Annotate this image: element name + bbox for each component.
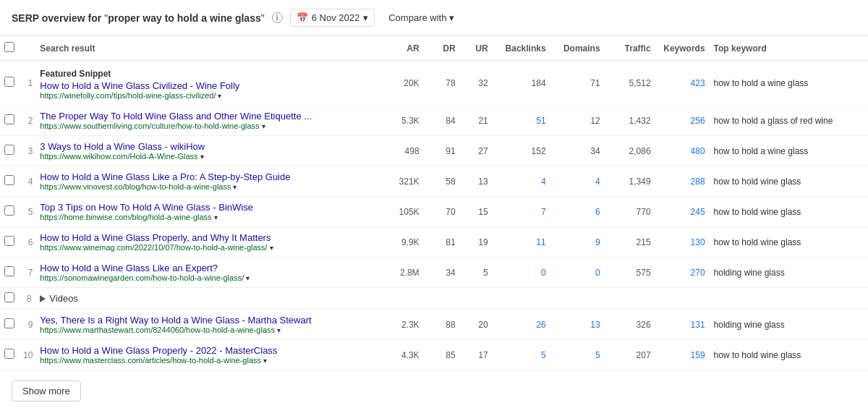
row-checkbox[interactable] [4,236,14,246]
table-row: 8 Videos [0,288,868,310]
row-num: 2 [19,106,35,136]
row-checkbox[interactable] [4,175,14,185]
serp-table-container: Search result AR DR UR Backlinks Domains… [0,36,868,370]
search-result-cell: Top 3 Tips on How To Hold A Wine Glass -… [35,197,383,227]
table-row: 3 3 Ways to Hold a Wine Glass - wikiHow … [0,136,868,166]
ar-value: 2.3K [384,310,424,340]
result-title-link[interactable]: How to Hold a Wine Glass Properly - 2022… [40,345,379,356]
row-checkbox[interactable] [4,349,14,359]
table-row: 4 How to Hold a Wine Glass Like a Pro: A… [0,166,868,197]
keywords-value: 130 [655,227,710,258]
row-checkbox[interactable] [4,292,14,302]
dr-value: 88 [424,310,460,340]
traffic-value: 575 [605,258,655,288]
search-result-cell: How to Hold a Wine Glass Properly - 2022… [35,340,383,370]
header-traffic: Traffic [605,36,655,61]
backlinks-value: 184 [493,61,550,106]
top-keyword-value: how to hold a glass of red wine [710,106,868,136]
table-row: 9 Yes, There Is a Right Way to Hold a Wi… [0,310,868,340]
keywords-value: 256 [655,106,710,136]
row-num: 3 [19,136,35,166]
url-text: https://home.binwise.com/blog/hold-a-win… [40,213,211,221]
checkbox-cell [0,61,19,106]
result-url: https://www.wikihow.com/Hold-A-Wine-Glas… [40,152,379,161]
url-text: https://www.winemag.com/2022/10/07/how-t… [40,243,267,252]
row-checkbox[interactable] [4,77,14,87]
domains-value: 6 [550,197,605,227]
date-button[interactable]: 📅 6 Nov 2022 ▾ [290,9,375,27]
top-keyword-value: how to hold a wine glass [710,136,868,166]
row-checkbox[interactable] [4,205,14,216]
result-title-link[interactable]: How to Hold a Wine Glass Civilized - Win… [40,80,379,91]
row-checkbox[interactable] [4,114,14,124]
checkbox-cell [0,106,19,136]
result-title-link[interactable]: How to Hold a Wine Glass Like a Pro: A S… [40,171,379,182]
result-title-link[interactable]: The Proper Way To Hold Wine Glass and Ot… [40,111,379,122]
row-checkbox[interactable] [4,145,14,155]
result-title-link[interactable]: Yes, There Is a Right Way to Hold a Wine… [40,315,379,326]
url-arrow[interactable]: ▾ [277,326,281,334]
keywords-value: 480 [655,136,710,166]
info-icon[interactable]: ℹ [272,12,283,23]
url-text: https://winefolly.com/tips/hold-wine-gla… [40,91,216,100]
result-url: https://sonomawinegarden.com/how-to-hold… [40,273,379,282]
ar-value: 20K [384,61,424,106]
domains-value: 4 [550,166,605,197]
url-arrow[interactable]: ▾ [263,357,267,365]
backlinks-value: 26 [493,310,550,340]
ur-value: 15 [460,197,493,227]
url-text: https://www.southernliving.com/culture/h… [40,122,259,130]
url-arrow[interactable]: ▾ [218,92,221,100]
keywords-value: 270 [655,258,710,288]
header-checkbox-cell [0,36,19,61]
result-title-link[interactable]: How to Hold a Wine Glass Like an Expert? [40,263,379,273]
row-num: 6 [19,227,35,258]
result-url: https://home.binwise.com/blog/hold-a-win… [40,213,379,221]
top-keyword-value: holding wine glass [710,258,868,288]
ur-value: 20 [460,310,493,340]
ur-value: 13 [460,166,493,197]
traffic-value: 1,349 [605,166,655,197]
url-arrow[interactable]: ▾ [246,274,250,282]
videos-cell: Videos [35,288,868,310]
header-title-prefix: SERP overview for [12,12,104,24]
dr-value: 85 [424,340,460,370]
url-arrow[interactable]: ▾ [233,183,237,191]
keywords-value: 288 [655,166,710,197]
triangle-icon[interactable] [40,295,46,302]
table-header-row: Search result AR DR UR Backlinks Domains… [0,36,868,61]
backlinks-value: 51 [493,106,550,136]
ar-value: 9.9K [384,227,424,258]
row-checkbox[interactable] [4,266,14,276]
result-title-link[interactable]: How to Hold a Wine Glass Properly, and W… [40,232,379,243]
traffic-value: 1,432 [605,106,655,136]
table-body: 1 Featured Snippet How to Hold a Wine Gl… [0,61,868,370]
result-url: https://www.marthastewart.com/8244060/ho… [40,326,379,334]
url-arrow[interactable]: ▾ [214,213,218,221]
show-more-button[interactable]: Show more [12,381,81,401]
search-result-cell: How to Hold a Wine Glass Like a Pro: A S… [35,166,383,197]
header-domains: Domains [550,36,605,61]
result-title-link[interactable]: Top 3 Tips on How To Hold A Wine Glass -… [40,202,379,213]
domains-value: 71 [550,61,605,106]
search-result-cell: The Proper Way To Hold Wine Glass and Ot… [35,106,383,136]
calendar-icon: 📅 [297,12,308,23]
ur-value: 5 [460,258,493,288]
traffic-value: 207 [605,340,655,370]
row-checkbox[interactable] [4,318,14,328]
url-arrow[interactable]: ▾ [200,153,204,161]
search-result-cell: Yes, There Is a Right Way to Hold a Wine… [35,310,383,340]
ur-value: 17 [460,340,493,370]
page-header: SERP overview for "proper way to hold a … [0,0,868,36]
url-arrow[interactable]: ▾ [270,244,273,252]
compare-button[interactable]: Compare with ▾ [382,9,461,27]
select-all-checkbox[interactable] [4,42,14,52]
url-text: https://www.vinovest.co/blog/how-to-hold… [40,182,231,191]
domains-value: 9 [550,227,605,258]
row-num: 5 [19,197,35,227]
ur-value: 32 [460,61,493,106]
row-num: 7 [19,258,35,288]
result-title-link[interactable]: 3 Ways to Hold a Wine Glass - wikiHow [40,141,379,152]
keywords-value: 131 [655,310,710,340]
url-arrow[interactable]: ▾ [262,122,265,130]
